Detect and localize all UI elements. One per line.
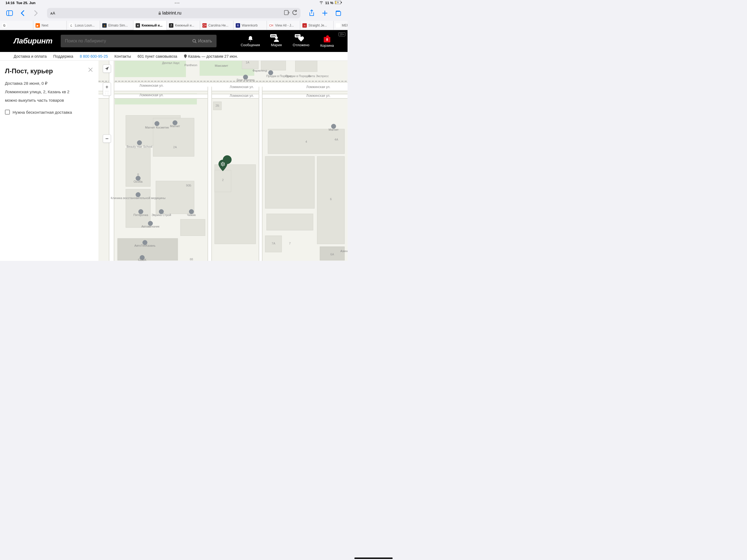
- deferred-button[interactable]: 99+ Отложено: [293, 35, 310, 47]
- tab-label: Warenkorb: [242, 24, 258, 27]
- nav-delivery[interactable]: Доставка и оплата: [14, 54, 47, 58]
- cart-badge: 8: [324, 37, 330, 42]
- svg-text:Фармленд: Фармленд: [252, 69, 267, 72]
- map-canvas[interactable]: Ломжинская ул. Ломжинская ул. Ломжинская…: [98, 61, 347, 261]
- svg-text:4: 4: [305, 140, 307, 143]
- contactless-checkbox[interactable]: [5, 110, 10, 114]
- svg-rect-19: [180, 219, 205, 236]
- tab-label: Книжный и...: [141, 24, 162, 27]
- reader-icon[interactable]: [284, 10, 289, 16]
- tab-7[interactable]: RWarenkorb: [233, 21, 267, 30]
- forward-button: [31, 8, 41, 18]
- nav-support[interactable]: Поддержка: [53, 54, 73, 58]
- site-header: Лабиринт Искать Сообщения 15% Мария 99+ …: [0, 30, 347, 52]
- svg-text:Азино: Азино: [340, 249, 347, 253]
- svg-point-91: [222, 165, 223, 166]
- tab-favicon: ℒ: [69, 23, 73, 28]
- svg-text:АвтоТехКазань: АвтоТехКазань: [134, 244, 156, 247]
- logo[interactable]: Лабиринт: [14, 36, 52, 45]
- url-text: labirint.ru: [162, 10, 182, 16]
- tab-5[interactable]: ЛКнижный и...: [167, 21, 200, 30]
- nav-contacts[interactable]: Контакты: [114, 54, 131, 58]
- svg-text:Эврика Строй: Эврика Строй: [152, 213, 171, 217]
- browser-toolbar: ᴀA labirint.ru: [0, 5, 347, 21]
- tab-favicon: G: [2, 23, 6, 28]
- sub-nav: Доставка и оплата Поддержка 8 800 600-95…: [0, 52, 347, 61]
- svg-text:Чижик: Чижик: [187, 213, 196, 217]
- svg-point-90: [221, 163, 222, 164]
- tab-2[interactable]: ℒLuxus Loun...: [67, 21, 100, 30]
- user-badge: 15%: [270, 34, 277, 37]
- svg-point-86: [222, 163, 223, 164]
- text-size-icon[interactable]: ᴀA: [50, 11, 55, 15]
- delivery-info: Доставка 28 июня, 0 ₽: [5, 80, 94, 86]
- tab-label: Luxus Loun...: [75, 24, 95, 27]
- messages-button[interactable]: Сообщения: [241, 35, 260, 47]
- new-tab-icon[interactable]: [320, 8, 330, 18]
- tab-4[interactable]: ✕Книжный и...: [133, 21, 167, 30]
- svg-rect-16: [118, 238, 178, 260]
- svg-text:CDEK: CDEK: [138, 258, 147, 261]
- age-badge: 18+: [338, 32, 345, 36]
- search-submit[interactable]: Искать: [192, 39, 212, 44]
- svg-rect-2: [341, 2, 342, 3]
- svg-point-32: [154, 121, 159, 126]
- tab-favicon: Л: [169, 23, 173, 28]
- address-bar[interactable]: ᴀA labirint.ru: [47, 8, 301, 18]
- svg-text:2А: 2А: [173, 146, 177, 149]
- svg-text:Ломжинская ул.: Ломжинская ул.: [139, 93, 163, 97]
- tab-label: MERINO ST...: [342, 24, 347, 27]
- nav-phone[interactable]: 8 800 600-95-25: [80, 54, 108, 58]
- zoom-out-button[interactable]: −: [103, 134, 111, 143]
- nav-pickup[interactable]: 601 пункт самовывоза: [137, 54, 177, 58]
- nav-city[interactable]: Казань — доставим 27 июн.: [184, 54, 238, 58]
- contactless-label: Нужна бесконтактная доставка: [12, 110, 72, 114]
- map[interactable]: Ломжинская ул. Ломжинская ул. Ломжинская…: [98, 61, 347, 261]
- svg-text:6А: 6А: [330, 253, 334, 256]
- reload-icon[interactable]: [292, 10, 297, 17]
- tab-10[interactable]: MERINO ST...: [334, 21, 347, 30]
- svg-text:Вита Экспресс: Вита Экспресс: [308, 74, 329, 78]
- svg-text:6: 6: [330, 198, 332, 201]
- svg-text:88: 88: [190, 258, 193, 261]
- tab-1[interactable]: ▶Next: [33, 21, 67, 30]
- svg-rect-5: [284, 10, 288, 15]
- user-button[interactable]: 15% Мария: [271, 35, 282, 47]
- svg-text:Прядки в Порядке: Прядки в Порядке: [285, 74, 311, 78]
- sidebar-toggle-icon[interactable]: [5, 8, 14, 18]
- cart-button[interactable]: 8 Корзина: [320, 35, 334, 48]
- tab-3[interactable]: aElmato Sim...: [100, 21, 133, 30]
- tabs-bar: G▶NextℒLuxus Loun...aElmato Sim...✕Книжн…: [0, 21, 347, 30]
- search-box[interactable]: Искать: [61, 35, 216, 47]
- close-icon[interactable]: [87, 67, 94, 73]
- multitask-dots[interactable]: •••: [35, 1, 319, 5]
- status-date: Tue 25. Jun: [16, 1, 35, 5]
- svg-text:Spar Express: Spar Express: [236, 78, 255, 81]
- svg-point-34: [137, 140, 142, 145]
- svg-point-7: [193, 40, 196, 42]
- tab-0[interactable]: G: [0, 21, 33, 30]
- tabs-icon[interactable]: [333, 8, 343, 18]
- svg-text:Автомеханик: Автомеханик: [141, 225, 159, 228]
- map-locate-button[interactable]: [103, 65, 111, 73]
- zoom-in-button[interactable]: +: [103, 83, 111, 91]
- svg-text:Магнит: Магнит: [329, 128, 339, 131]
- back-button[interactable]: [18, 8, 27, 18]
- tab-label: Книжный и...: [175, 24, 194, 27]
- search-input[interactable]: [65, 39, 192, 44]
- svg-text:4А: 4А: [334, 138, 338, 141]
- share-icon[interactable]: [307, 8, 316, 18]
- svg-rect-29: [242, 61, 258, 69]
- svg-point-87: [224, 164, 225, 166]
- delivery-address: Ломжинская улица, 2, Казань кв 2: [5, 89, 94, 95]
- contactless-row[interactable]: Нужна бесконтактная доставка: [5, 110, 94, 114]
- svg-text:Максавит: Максавит: [215, 64, 228, 67]
- svg-text:Ломжинская ул.: Ломжинская ул.: [306, 94, 330, 98]
- tab-6[interactable]: CHCarolina He...: [200, 21, 233, 30]
- tab-label: Elmato Sim...: [108, 24, 128, 27]
- svg-rect-1: [335, 1, 336, 4]
- tab-9[interactable]: הStraight Je...: [300, 21, 334, 30]
- svg-point-89: [224, 163, 225, 164]
- tab-8[interactable]: CHView All - J...: [267, 21, 300, 30]
- svg-text:2: 2: [222, 178, 224, 182]
